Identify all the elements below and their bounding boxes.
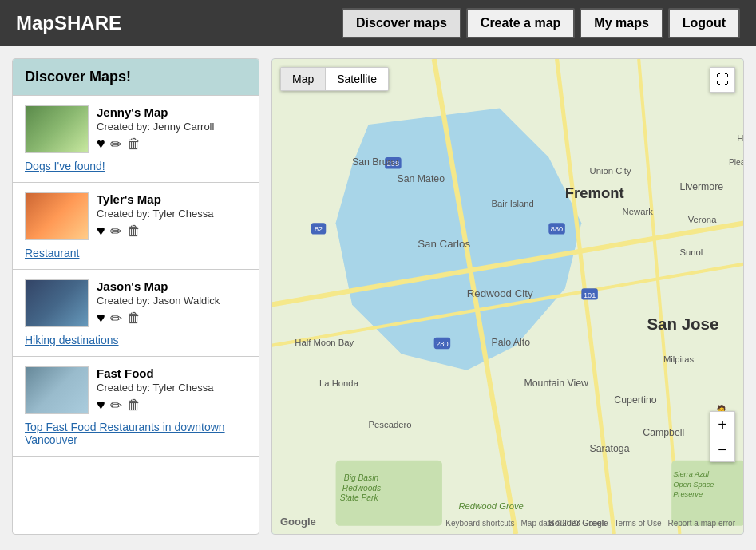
map-card-action-icons: ♥ ✏ 🗑 [97, 310, 247, 327]
map-card-action-icons: ♥ ✏ 🗑 [97, 136, 247, 153]
svg-text:Hayward: Hayward [737, 133, 743, 143]
map-card-creator: Created by: Jenny Carroll [97, 121, 247, 133]
svg-text:Pescadero: Pescadero [369, 420, 412, 429]
delete-icon[interactable]: 🗑 [127, 397, 141, 414]
svg-text:Campbell: Campbell [643, 427, 684, 438]
map-card-tylers-map: Tyler's Map Created by: Tyler Chessa ♥ ✏… [13, 183, 259, 270]
map-card-info: Jason's Map Created by: Jason Waldick ♥ … [97, 279, 247, 327]
favorite-icon[interactable]: ♥ [97, 397, 105, 414]
map-card-info: Fast Food Created by: Tyler Chessa ♥ ✏ 🗑 [97, 366, 247, 414]
map-card-thumbnail [25, 105, 89, 153]
delete-icon[interactable]: 🗑 [127, 310, 141, 327]
keyboard-shortcuts[interactable]: Keyboard shortcuts [445, 519, 514, 528]
favorite-icon[interactable]: ♥ [97, 310, 105, 327]
map-card-top: Fast Food Created by: Tyler Chessa ♥ ✏ 🗑 [25, 366, 247, 414]
main-nav: Discover maps Create a map My maps Logou… [342, 8, 740, 38]
map-area: 238 82 280 880 101 Fremont San Jose San … [271, 58, 744, 535]
svg-text:Mountain View: Mountain View [524, 378, 589, 389]
map-type-map[interactable]: Map [281, 68, 326, 90]
map-card-top: Jason's Map Created by: Jason Waldick ♥ … [25, 279, 247, 327]
nav-my-maps[interactable]: My maps [580, 8, 663, 38]
map-data-credit: Map data ©2023 Google [520, 519, 608, 528]
map-zoom-in[interactable]: + [710, 411, 735, 437]
edit-icon[interactable]: ✏ [110, 310, 122, 327]
header: MapSHARE Discover maps Create a map My m… [0, 0, 756, 46]
svg-text:La Honda: La Honda [319, 378, 359, 388]
map-card-thumbnail [25, 366, 89, 414]
svg-text:280: 280 [436, 340, 448, 348]
map-card-description[interactable]: Top Fast Food Restaurants in downtown Va… [25, 421, 247, 446]
svg-text:Newark: Newark [623, 207, 654, 216]
map-card-info: Tyler's Map Created by: Tyler Chessa ♥ ✏… [97, 192, 247, 240]
report-map-error[interactable]: Report a map error [668, 519, 735, 528]
map-fullscreen-button[interactable]: ⛶ [710, 67, 735, 93]
svg-text:Palo Alto: Palo Alto [491, 337, 530, 348]
svg-text:Union City: Union City [590, 166, 631, 176]
map-card-description[interactable]: Dogs I've found! [25, 160, 247, 172]
map-zoom-out[interactable]: − [710, 437, 735, 462]
nav-logout[interactable]: Logout [668, 8, 740, 38]
svg-text:Bair Island: Bair Island [491, 199, 533, 208]
nav-create[interactable]: Create a map [466, 8, 576, 38]
svg-text:Redwoods: Redwoods [342, 484, 381, 493]
map-card-name: Fast Food [97, 366, 247, 380]
svg-text:101: 101 [584, 291, 596, 299]
svg-text:San Carlos: San Carlos [418, 238, 470, 250]
map-card-action-icons: ♥ ✏ 🗑 [97, 397, 247, 414]
svg-text:Sunol: Sunol [679, 247, 703, 257]
delete-icon[interactable]: 🗑 [127, 136, 141, 153]
map-type-satellite[interactable]: Satellite [326, 68, 388, 90]
google-logo: Google [280, 516, 316, 528]
svg-text:Half Moon Bay: Half Moon Bay [295, 338, 354, 347]
svg-text:San Jose: San Jose [647, 315, 718, 333]
map-type-controls: Map Satellite [280, 67, 389, 91]
map-card-fastfood-map: Fast Food Created by: Tyler Chessa ♥ ✏ 🗑… [13, 357, 259, 457]
map-card-creator: Created by: Jason Waldick [97, 295, 247, 307]
svg-text:Pleasanton: Pleasanton [729, 158, 743, 167]
map-card-description[interactable]: Restaurant [25, 247, 247, 259]
favorite-icon[interactable]: ♥ [97, 223, 105, 240]
map-card-info: Jenny's Map Created by: Jenny Carroll ♥ … [97, 105, 247, 153]
main-content: Discover Maps! Jenny's Map Created by: J… [0, 46, 756, 547]
sidebar: Discover Maps! Jenny's Map Created by: J… [12, 58, 259, 535]
edit-icon[interactable]: ✏ [110, 223, 122, 240]
map-card-action-icons: ♥ ✏ 🗑 [97, 223, 247, 240]
map-background: 238 82 280 880 101 Fremont San Jose San … [272, 59, 743, 534]
svg-text:Verona: Verona [688, 215, 717, 224]
map-card-top: Jenny's Map Created by: Jenny Carroll ♥ … [25, 105, 247, 153]
svg-text:State Park: State Park [340, 493, 379, 502]
map-footer: Keyboard shortcuts Map data ©2023 Google… [445, 519, 735, 528]
delete-icon[interactable]: 🗑 [127, 223, 141, 240]
nav-discover[interactable]: Discover maps [342, 8, 461, 38]
map-card-creator: Created by: Tyler Chessa [97, 208, 247, 220]
svg-text:Livermore: Livermore [679, 181, 723, 192]
map-card-description[interactable]: Hiking destinations [25, 334, 247, 346]
sidebar-title: Discover Maps! [13, 59, 259, 96]
map-card-name: Jenny's Map [97, 105, 247, 119]
app-logo: MapSHARE [16, 12, 121, 34]
map-card-thumbnail [25, 279, 89, 327]
map-card-top: Tyler's Map Created by: Tyler Chessa ♥ ✏… [25, 192, 247, 240]
edit-icon[interactable]: ✏ [110, 397, 122, 414]
svg-text:San Bruno: San Bruno [352, 156, 398, 168]
svg-text:82: 82 [315, 225, 323, 233]
svg-text:Big Basin: Big Basin [344, 473, 379, 482]
svg-text:Redwood Grove: Redwood Grove [458, 501, 523, 511]
map-card-name: Tyler's Map [97, 192, 247, 206]
edit-icon[interactable]: ✏ [110, 136, 122, 153]
favorite-icon[interactable]: ♥ [97, 136, 105, 153]
map-card-thumbnail [25, 192, 89, 240]
svg-text:Milpitas: Milpitas [663, 354, 695, 364]
fullscreen-icon: ⛶ [716, 73, 729, 87]
map-card-jasons-map: Jason's Map Created by: Jason Waldick ♥ … [13, 270, 259, 357]
svg-text:San Mateo: San Mateo [398, 173, 445, 184]
svg-text:Saratoga: Saratoga [590, 443, 630, 454]
svg-text:Redwood City: Redwood City [467, 287, 533, 299]
map-cards-container: Jenny's Map Created by: Jenny Carroll ♥ … [13, 96, 259, 457]
map-card-name: Jason's Map [97, 279, 247, 293]
map-card-jennys-map: Jenny's Map Created by: Jenny Carroll ♥ … [13, 96, 259, 183]
svg-text:880: 880 [551, 225, 563, 233]
svg-text:Preserve: Preserve [673, 490, 703, 498]
terms-of-use[interactable]: Terms of Use [615, 519, 662, 528]
svg-text:Fremont: Fremont [565, 184, 624, 201]
